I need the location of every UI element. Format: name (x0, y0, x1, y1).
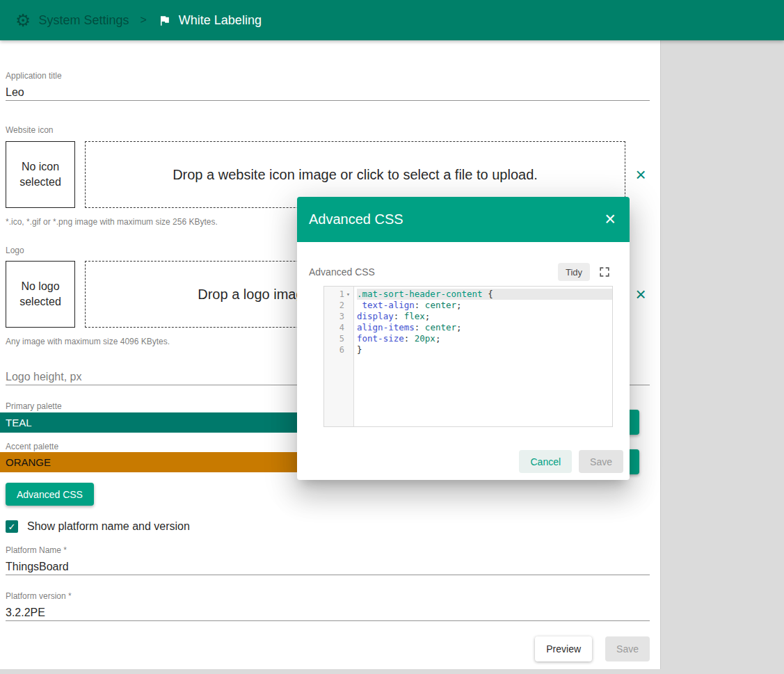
advanced-css-field-label: Advanced CSS (309, 266, 375, 278)
breadcrumb-separator: > (140, 14, 146, 26)
platform-version-input[interactable]: 3.2.2PE (6, 606, 650, 621)
website-icon-dropzone-text: Drop a website icon image or click to se… (173, 167, 538, 183)
breadcrumb-system-settings[interactable]: ⚙ System Settings (15, 12, 129, 29)
website-icon-clear-button[interactable]: × (632, 141, 650, 208)
platform-name-input[interactable]: ThingsBoard (6, 560, 650, 575)
application-title-label: Application title (6, 71, 650, 81)
breadcrumb-white-labeling[interactable]: White Labeling (158, 13, 262, 28)
application-title-input[interactable]: Leo (6, 86, 650, 101)
platform-name-label: Platform Name * (6, 545, 650, 555)
dialog-actions: Cancel Save (519, 450, 623, 473)
fullscreen-icon[interactable] (596, 264, 613, 280)
gear-icon: ⚙ (15, 12, 31, 29)
primary-palette-value: TEAL (6, 417, 32, 428)
editor-toolbar: Advanced CSS Tidy (309, 263, 613, 281)
advanced-css-dialog: Advanced CSS × Advanced CSS Tidy 1▾23456… (297, 197, 630, 480)
save-button[interactable]: Save (605, 636, 650, 661)
breadcrumb-parent-label: System Settings (38, 13, 129, 28)
css-code-editor[interactable]: 1▾23456 .mat-sort-header-content { text-… (323, 286, 613, 427)
show-platform-row[interactable]: ✓ Show platform name and version (6, 520, 650, 533)
css-editor-gutter: 1▾23456 (324, 287, 354, 426)
dialog-save-button[interactable]: Save (579, 450, 623, 473)
dialog-title: Advanced CSS (309, 211, 403, 227)
white-labeling-flag-icon (158, 14, 171, 27)
cancel-button[interactable]: Cancel (519, 450, 572, 473)
css-editor-lines[interactable]: .mat-sort-header-content { text-align: c… (354, 287, 612, 426)
platform-name-field: Platform Name * ThingsBoard (6, 545, 650, 575)
dialog-close-icon[interactable]: × (605, 210, 616, 229)
show-platform-label: Show platform name and version (27, 520, 190, 533)
show-platform-checkbox[interactable]: ✓ (6, 520, 18, 533)
form-actions: Preview Save (6, 636, 650, 661)
tidy-button[interactable]: Tidy (558, 263, 590, 281)
platform-version-field: Platform version * 3.2.2PE (6, 591, 650, 621)
logo-empty-box: No logo selected (6, 261, 75, 328)
breadcrumb-current-label: White Labeling (179, 13, 262, 28)
website-icon-label: Website icon (6, 125, 650, 135)
website-icon-empty-text: No icon selected (15, 159, 66, 190)
application-title-field: Application title Leo (6, 71, 650, 101)
app-header: ⚙ System Settings > White Labeling (0, 0, 784, 40)
advanced-css-button[interactable]: Advanced CSS (6, 483, 94, 506)
dialog-header: Advanced CSS × (297, 197, 630, 242)
accent-palette-value: ORANGE (6, 456, 51, 468)
platform-version-label: Platform version * (6, 591, 650, 601)
website-icon-empty-box: No icon selected (6, 141, 75, 208)
logo-clear-button[interactable]: × (632, 261, 650, 328)
logo-empty-text: No logo selected (15, 279, 66, 310)
preview-button[interactable]: Preview (535, 636, 592, 661)
checkmark-icon: ✓ (8, 522, 16, 532)
